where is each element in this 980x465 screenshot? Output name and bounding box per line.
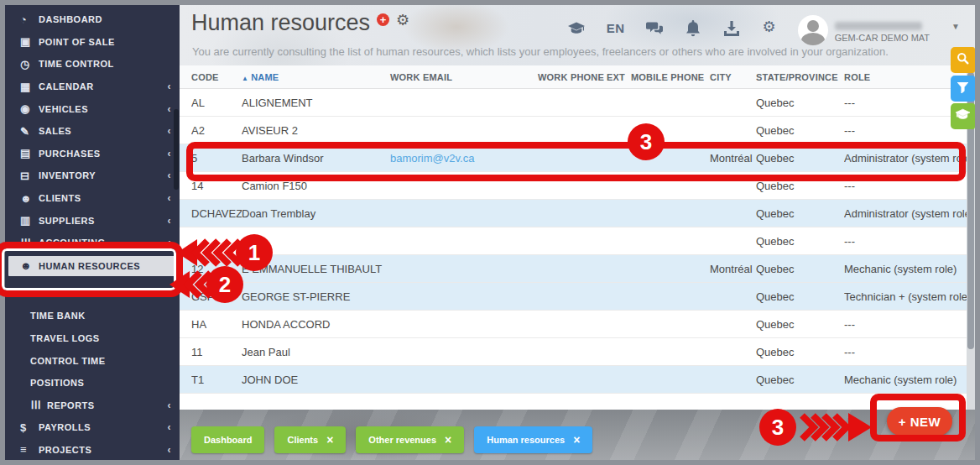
sidebar-subitem-time-bank[interactable]: TIME BANK [5,305,180,327]
open-tabs: Dashboard Clients× Other revenues× Human… [191,426,592,453]
column-header-code[interactable]: CODE [191,72,242,82]
download-icon[interactable] [723,20,740,37]
settings-gear-icon[interactable]: ⚙ [762,18,775,34]
top-toolbar: EN ⚙ GEM-CAR DEMO MAT [568,15,960,45]
close-tab-icon[interactable]: × [326,436,333,444]
cell-state: Quebec [756,207,844,220]
cell-code: 11 [191,346,242,358]
table-row-highlighted[interactable]: 5Barbara Windsorbamorim@v2v.caMontréalQu… [180,144,967,172]
table-row[interactable]: HAHONDA ACCORDQuebec--- [180,311,967,338]
chevron-left-icon: ‹ [168,148,172,159]
sidebar-item-point-of-sale[interactable]: ▣POINT OF SALE [5,31,180,54]
sidebar-item-purchases[interactable]: ▤PURCHASES‹ [5,143,180,165]
table-header: CODE ▲NAME WORK EMAIL WORK PHONE EXT MOB… [180,65,967,89]
app-window: ◔DASHBOARD ▣POINT OF SALE ◷TIME CONTROL … [0,0,980,465]
sort-asc-icon: ▲ [242,75,248,82]
column-header-city[interactable]: CITY [710,72,756,82]
table-row[interactable]: 14Camion F150Quebec--- [180,172,967,200]
main-content: Human resources + ⚙ You are currently co… [180,5,975,460]
bell-icon[interactable] [685,20,701,37]
sidebar-item-label: CLIENTS [39,193,81,203]
account-name: GEM-CAR DEMO MAT [835,33,930,43]
cell-name: Barbara Windsor [242,152,390,165]
cell-state: Quebec [756,374,844,386]
sidebar-item-label: DASHBOARD [39,14,102,24]
cell-code: AL [191,97,242,109]
column-header-mobile-phone[interactable]: MOBILE PHONE [631,72,710,82]
sidebar-item-time-control[interactable]: ◷TIME CONTROL [5,53,180,76]
credit-card-icon: ▤ [20,147,39,159]
chat-icon[interactable] [646,20,663,37]
caret-down-icon[interactable]: ▼ [951,22,960,31]
table-row[interactable]: 12E EMMANUELLE THIBAULTMontréalQuebecMec… [180,255,967,283]
sidebar-subitem-travel-logs[interactable]: TRAVEL LOGS [5,327,180,350]
sidebar-subitem-control-time[interactable]: CONTROL TIME [5,349,180,372]
sidebar-item-label: POINT OF SALE [39,37,115,47]
tab-dashboard[interactable]: Dashboard [191,426,264,453]
table-row[interactable]: ALALIGNEMENTQuebec--- [180,89,967,117]
cell-name: JOHN DOE [242,374,390,386]
column-header-state-province[interactable]: STATE/PROVINCE [756,72,844,82]
table-row[interactable]: A2AVISEUR 2Quebec--- [180,117,967,144]
cell-role: Mechanic (system role) [844,374,967,386]
clock-icon: ◷ [20,58,39,71]
sidebar-scrollbar[interactable] [174,109,179,190]
chevron-left-icon: ‹ [168,192,172,204]
cell-name: ALIGNEMENT [242,97,390,109]
cell-state: Quebec [756,263,844,275]
cell-state: Quebec [756,152,844,165]
column-header-ext[interactable]: EXT [607,72,631,82]
avatar [798,15,828,45]
sidebar-item-vehicles[interactable]: ◉VEHICLES‹ [5,97,180,120]
graduation-cap-icon[interactable] [568,20,585,37]
sidebar-subitem-positions[interactable]: POSITIONS [5,372,180,394]
sidebar-item-label: ACCOUNTING [39,238,106,248]
search-button[interactable] [951,47,975,73]
sidebar-item-label: HUMAN RESOURCES [30,289,132,299]
training-button[interactable] [951,103,975,129]
cell-code: A2 [191,124,242,137]
column-header-name[interactable]: ▲NAME [242,72,390,82]
sidebar-item-label: PURCHASES [39,149,101,159]
new-button[interactable]: + NEW [887,407,952,436]
sidebar-item-calendar[interactable]: ▦CALENDAR‹ [5,76,180,98]
sidebar-item-inventory[interactable]: ⊟INVENTORY‹ [5,165,180,187]
sidebar-item-projects[interactable]: ≡PROJECTS‹ [5,439,180,462]
sidebar-item-label: PAYROLLS [39,422,91,432]
column-header-work-email[interactable]: WORK EMAIL [390,72,538,82]
sidebar-item-sales[interactable]: ✎SALES‹ [5,120,180,143]
table-row[interactable]: 11Jean PaulQuebec--- [180,338,967,366]
filter-button[interactable] [951,76,975,102]
chevron-left-icon: ‹ [168,444,172,456]
sidebar-subitem-reports[interactable]: ☰REPORTS‹ [5,394,180,417]
bar-chart-icon: ☰ [30,399,47,411]
chevron-left-icon: ‹ [168,103,172,115]
page-settings-icon[interactable]: ⚙ [396,11,409,29]
sidebar-item-human-resources[interactable]: ☻HUMAN RESOURCES [8,256,176,276]
column-header-work-phone[interactable]: WORK PHONE [538,72,607,82]
sidebar-item-payrolls[interactable]: $PAYROLLS‹ [5,416,180,439]
table-row[interactable]: Quebec--- [180,227,967,255]
table-row[interactable]: GSPGEORGE ST-PIERREQuebecTechnician + (s… [180,283,967,311]
close-tab-icon[interactable]: × [573,436,580,444]
sidebar-item-clients[interactable]: ☻CLIENTS‹ [5,187,180,210]
add-resource-icon[interactable]: + [377,13,389,26]
table-row[interactable]: DCHAVEZDoan TremblayQuebecAdministrator … [180,200,967,227]
column-header-role[interactable]: ROLE [844,72,967,82]
sidebar-item-accounting[interactable]: ☰ACCOUNTING‹ [5,232,180,254]
close-tab-icon[interactable]: × [445,436,451,444]
email-link[interactable]: bamorim@v2v.ca [390,152,474,165]
tab-clients[interactable]: Clients× [274,426,346,453]
table-row[interactable]: T1JOHN DOEQuebecMechanic (system role) [180,366,967,394]
language-selector[interactable]: EN [607,21,625,35]
sidebar-item-dashboard[interactable]: ◔DASHBOARD [5,8,180,31]
truck-icon: ▥ [20,214,39,227]
cell-role: --- [844,180,967,192]
tab-other-revenues[interactable]: Other revenues× [356,426,464,453]
cell-code: HA [191,318,242,331]
sidebar-item-label: TIME BANK [30,311,86,321]
tab-human-resources-active[interactable]: Human resources× [474,426,592,453]
sidebar-subitem-human-resources[interactable]: HUMAN RESOURCES [5,283,180,306]
user-menu[interactable]: GEM-CAR DEMO MAT [798,15,930,45]
sidebar-item-suppliers[interactable]: ▥SUPPLIERS‹ [5,209,180,232]
